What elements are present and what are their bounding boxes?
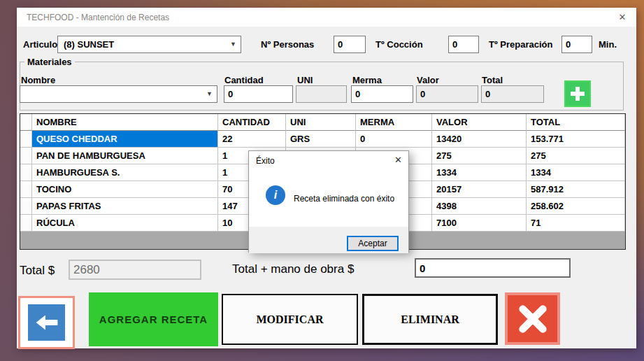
uni-input: [296, 85, 347, 103]
cell-total[interactable]: 153.771: [527, 131, 625, 148]
info-icon: i: [266, 185, 285, 205]
cell-valor[interactable]: 13420: [432, 131, 527, 148]
titlebar: TECHFOOD - Mantención de Recetas ✕: [17, 8, 636, 27]
col-header-total[interactable]: TOTAL: [527, 114, 625, 131]
add-material-button[interactable]: [564, 80, 591, 107]
row-header-cell[interactable]: [20, 215, 32, 232]
app-window: TECHFOOD - Mantención de Recetas ✕ Artic…: [17, 8, 636, 348]
table-row[interactable]: QUESO CHEDDAR 22 GRS 0 13420 153.771: [20, 131, 625, 148]
col-header-nombre[interactable]: NOMBRE: [32, 114, 218, 131]
cell-valor[interactable]: 4398: [432, 198, 527, 215]
table-header-row: NOMBRE CANTIDAD UNI MERMA VALOR TOTAL: [20, 114, 625, 131]
cell-total[interactable]: 587.912: [527, 181, 625, 198]
personas-label: Nº Personas: [261, 39, 314, 50]
valor-input: [416, 85, 478, 103]
cell-valor[interactable]: 20157: [432, 181, 527, 198]
cell-nombre[interactable]: TOCINO: [32, 181, 218, 198]
exit-button[interactable]: [505, 292, 560, 345]
cell-valor[interactable]: 7100: [432, 215, 527, 232]
cell-nombre[interactable]: RÚCULA: [32, 215, 218, 232]
cell-nombre[interactable]: PAN DE HAMBURGUESA: [32, 148, 218, 164]
row-header-cell[interactable]: [20, 181, 32, 198]
cell-total[interactable]: 258.602: [527, 198, 625, 215]
cell-total[interactable]: 275: [527, 148, 625, 164]
col-header-valor[interactable]: VALOR: [432, 114, 527, 131]
total-mano-input[interactable]: [415, 258, 571, 278]
min-label: Min.: [599, 39, 617, 50]
cell-nombre[interactable]: PAPAS FRITAS: [32, 198, 218, 215]
cell-uni[interactable]: GRS: [286, 131, 356, 148]
row-header-cell[interactable]: [20, 148, 32, 164]
dialog-close-icon[interactable]: ✕: [394, 155, 402, 165]
cell-cantidad[interactable]: 22: [218, 131, 286, 148]
valor-label: Valor: [417, 75, 439, 85]
row-header-cell[interactable]: [20, 198, 32, 215]
cell-valor[interactable]: 275: [432, 148, 527, 164]
preparacion-input[interactable]: [561, 36, 592, 53]
articulo-combobox-value: (8) SUNSET: [64, 39, 114, 50]
articulo-label: Articulo: [23, 39, 57, 50]
agregar-receta-button[interactable]: AGREGAR RECETA: [89, 292, 218, 346]
col-header-uni[interactable]: UNI: [286, 114, 356, 131]
nombre-combobox[interactable]: ▼: [20, 85, 217, 103]
articulo-combobox[interactable]: (8) SUNSET ▼: [57, 36, 241, 53]
preparacion-label: Tº Preparación: [489, 39, 552, 50]
chevron-down-icon[interactable]: ▼: [206, 86, 213, 102]
window-title: TECHFOOD - Mantención de Recetas: [27, 13, 169, 22]
aceptar-button[interactable]: Aceptar: [347, 236, 399, 251]
dialog-footer: Aceptar: [249, 227, 408, 253]
cantidad-label: Cantidad: [224, 75, 264, 85]
merma-input[interactable]: [351, 85, 413, 103]
col-header-merma[interactable]: MERMA: [356, 114, 432, 131]
table-corner-cell: [20, 114, 32, 131]
cell-merma[interactable]: 0: [356, 131, 432, 148]
cell-nombre[interactable]: QUESO CHEDDAR: [32, 131, 218, 148]
close-x-icon: [517, 303, 549, 335]
coccion-input[interactable]: [448, 36, 479, 53]
cell-valor[interactable]: 1334: [432, 164, 527, 181]
row-header-cell[interactable]: [20, 131, 32, 148]
personas-input[interactable]: [334, 36, 366, 53]
total-label: Total: [482, 75, 503, 85]
uni-label: UNI: [297, 75, 313, 85]
back-button[interactable]: [18, 296, 75, 349]
total-sum-input: [69, 260, 201, 280]
success-dialog: Éxito ✕ i Receta eliminada con éxito Ace…: [248, 150, 409, 253]
cell-total[interactable]: 1334: [527, 164, 625, 181]
col-header-cantidad[interactable]: CANTIDAD: [218, 114, 286, 131]
total-input: [481, 85, 544, 103]
nombre-label: Nombre: [21, 75, 55, 85]
eliminar-button[interactable]: ELIMINAR: [362, 294, 498, 345]
total-mano-label: Total + mano de obra $: [232, 262, 354, 276]
coccion-label: Tº Cocción: [375, 39, 423, 50]
cantidad-input[interactable]: [224, 85, 293, 103]
plus-icon: [568, 85, 587, 103]
cell-total[interactable]: 71: [527, 215, 625, 232]
window-close-icon[interactable]: ✕: [615, 10, 629, 24]
modificar-button[interactable]: MODIFICAR: [222, 294, 358, 345]
dialog-message: Receta eliminada con éxito: [294, 194, 394, 204]
chevron-down-icon[interactable]: ▼: [230, 36, 236, 52]
dialog-title: Éxito: [256, 156, 275, 166]
cell-nombre[interactable]: HAMBURGUESA S.: [32, 164, 218, 181]
row-header-cell[interactable]: [20, 164, 32, 181]
back-arrow-icon: [28, 304, 65, 341]
merma-label: Merma: [352, 75, 382, 85]
materiales-group-label: Materiales: [24, 57, 75, 67]
total-sum-label: Total $: [20, 264, 55, 278]
